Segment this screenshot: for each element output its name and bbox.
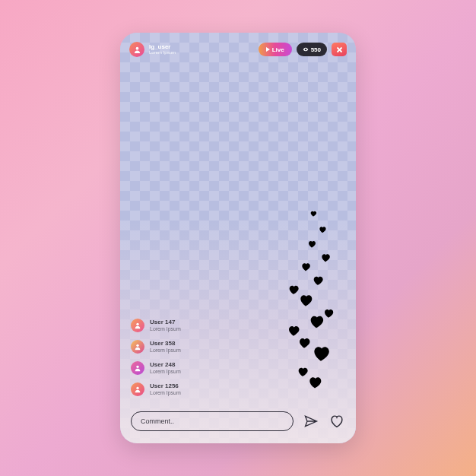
bottom-bar: Comment..	[131, 411, 345, 431]
comment-body: Lorem Ipsum	[150, 326, 181, 332]
commenter-avatar	[131, 319, 144, 332]
broadcaster-avatar[interactable]	[129, 42, 144, 57]
comment-body: Lorem Ipsum	[150, 390, 181, 396]
play-icon	[266, 47, 270, 52]
app-background: Ig_user Lorem Ipsum Live 550 User 147 Lo…	[0, 0, 476, 476]
comment-body: Lorem Ipsum	[150, 347, 181, 354]
comment-text: User 248 Lorem Ipsum	[150, 362, 181, 374]
send-icon	[303, 414, 319, 429]
comment-input[interactable]: Comment..	[131, 411, 294, 431]
comment-item[interactable]: User 248 Lorem Ipsum	[131, 361, 181, 375]
broadcaster-name: Ig_user	[149, 44, 254, 50]
commenter-avatar	[131, 361, 144, 375]
comment-body: Lorem Ipsum	[150, 369, 181, 375]
commenter-name: User 248	[150, 362, 181, 369]
comment-text: User 358 Lorem Ipsum	[150, 341, 181, 353]
comment-feed: User 147 Lorem Ipsum User 358 Lorem Ipsu…	[131, 319, 181, 396]
comment-item[interactable]: User 358 Lorem Ipsum	[131, 340, 181, 354]
svg-point-1	[305, 49, 306, 49]
comment-text: User 147 Lorem Ipsum	[150, 319, 181, 332]
commenter-name: User 358	[150, 341, 181, 347]
heart-outline-icon	[328, 413, 345, 430]
viewer-count: 550	[311, 46, 321, 53]
commenter-avatar	[131, 340, 144, 354]
live-stream-frame: Ig_user Lorem Ipsum Live 550 User 147 Lo…	[120, 33, 356, 443]
broadcaster-info[interactable]: Ig_user Lorem Ipsum	[149, 44, 254, 56]
comment-item[interactable]: User 147 Lorem Ipsum	[131, 319, 181, 332]
eye-icon	[303, 46, 309, 52]
viewer-count-badge[interactable]: 550	[297, 43, 327, 56]
commenter-avatar	[131, 382, 144, 396]
close-icon	[336, 46, 343, 53]
person-icon	[134, 386, 141, 393]
broadcaster-subline: Lorem Ipsum	[149, 50, 254, 55]
live-label: Live	[272, 46, 284, 53]
top-bar: Ig_user Lorem Ipsum Live 550	[129, 42, 347, 57]
commenter-name: User 147	[150, 319, 181, 326]
comment-item[interactable]: User 1256 Lorem Ipsum	[131, 382, 181, 396]
commenter-name: User 1256	[150, 383, 181, 390]
person-icon	[134, 343, 141, 351]
send-button[interactable]	[303, 413, 319, 430]
comment-text: User 1256 Lorem Ipsum	[150, 383, 181, 395]
comment-placeholder: Comment..	[141, 417, 174, 425]
live-badge: Live	[259, 43, 292, 56]
like-button[interactable]	[328, 413, 345, 430]
person-icon	[133, 46, 141, 54]
close-button[interactable]	[332, 43, 347, 56]
person-icon	[134, 322, 141, 329]
person-icon	[134, 364, 141, 372]
